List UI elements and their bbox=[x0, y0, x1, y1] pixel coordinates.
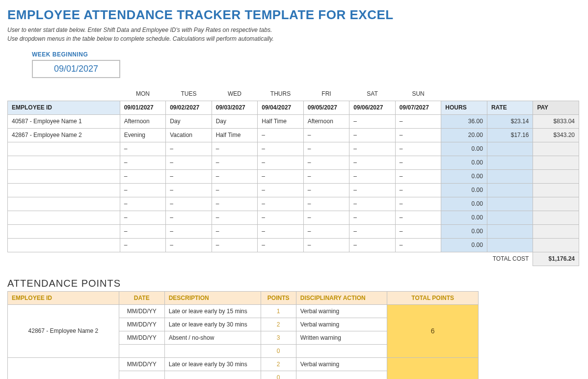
points-description-cell[interactable] bbox=[164, 371, 261, 379]
employee-id-cell[interactable] bbox=[8, 197, 120, 211]
shift-cell[interactable]: – bbox=[395, 183, 441, 197]
shift-cell[interactable]: – bbox=[212, 238, 258, 252]
shift-cell[interactable]: – bbox=[395, 128, 441, 142]
shift-cell[interactable]: – bbox=[349, 211, 396, 224]
shift-cell[interactable]: – bbox=[120, 169, 166, 183]
shift-cell[interactable]: – bbox=[349, 128, 396, 142]
shift-cell[interactable]: – bbox=[303, 128, 349, 142]
shift-cell[interactable]: – bbox=[349, 197, 396, 211]
shift-cell[interactable]: – bbox=[212, 156, 258, 169]
points-employee-cell[interactable]: 42867 - Employee Name 2 bbox=[8, 304, 119, 357]
shift-cell[interactable]: – bbox=[166, 197, 212, 211]
shift-cell[interactable]: Afternoon bbox=[303, 114, 349, 128]
shift-cell[interactable]: – bbox=[395, 224, 441, 238]
employee-id-cell[interactable] bbox=[8, 156, 120, 169]
shift-cell[interactable]: – bbox=[349, 183, 396, 197]
shift-cell[interactable]: Half Time bbox=[212, 128, 258, 142]
points-date-cell[interactable] bbox=[119, 344, 164, 357]
shift-cell[interactable]: – bbox=[395, 142, 441, 156]
shift-cell[interactable]: – bbox=[120, 224, 166, 238]
shift-cell[interactable]: – bbox=[258, 156, 304, 169]
points-action-cell[interactable] bbox=[296, 371, 387, 379]
shift-cell[interactable]: – bbox=[303, 183, 349, 197]
employee-id-cell[interactable]: 40587 - Employee Name 1 bbox=[8, 114, 120, 128]
shift-cell[interactable]: – bbox=[395, 197, 441, 211]
points-date-cell[interactable]: MM/DD/YY bbox=[119, 357, 164, 371]
shift-cell[interactable]: – bbox=[395, 211, 441, 224]
shift-cell[interactable]: – bbox=[212, 183, 258, 197]
employee-id-cell[interactable] bbox=[8, 211, 120, 224]
shift-cell[interactable]: Day bbox=[212, 114, 258, 128]
points-date-cell[interactable] bbox=[119, 371, 164, 379]
shift-cell[interactable]: – bbox=[395, 156, 441, 169]
shift-cell[interactable]: – bbox=[303, 211, 349, 224]
shift-cell[interactable]: – bbox=[120, 183, 166, 197]
shift-cell[interactable]: – bbox=[258, 142, 304, 156]
points-date-cell[interactable]: MM/DD/YY bbox=[119, 331, 164, 344]
shift-cell[interactable]: – bbox=[349, 224, 396, 238]
employee-id-cell[interactable] bbox=[8, 224, 120, 238]
shift-cell[interactable]: – bbox=[303, 169, 349, 183]
shift-cell[interactable]: – bbox=[349, 238, 396, 252]
points-action-cell[interactable]: Verbal warning bbox=[296, 304, 387, 318]
points-description-cell[interactable]: Late or leave early by 30 mins bbox=[164, 357, 261, 371]
points-description-cell[interactable]: Late or leave early by 30 mins bbox=[164, 318, 261, 331]
points-description-cell[interactable]: Late or leave early by 15 mins bbox=[164, 304, 261, 318]
shift-cell[interactable]: – bbox=[166, 224, 212, 238]
points-description-cell[interactable] bbox=[164, 344, 261, 357]
shift-cell[interactable]: – bbox=[349, 169, 396, 183]
shift-cell[interactable]: – bbox=[120, 156, 166, 169]
employee-id-cell[interactable] bbox=[8, 142, 120, 156]
points-action-cell[interactable]: Verbal warning bbox=[296, 357, 387, 371]
shift-cell[interactable]: – bbox=[166, 211, 212, 224]
shift-cell[interactable]: – bbox=[212, 197, 258, 211]
shift-cell[interactable]: Half Time bbox=[258, 114, 304, 128]
shift-cell[interactable]: – bbox=[303, 197, 349, 211]
employee-id-cell[interactable]: 42867 - Employee Name 2 bbox=[8, 128, 120, 142]
employee-id-cell[interactable] bbox=[8, 238, 120, 252]
points-date-cell[interactable]: MM/DD/YY bbox=[119, 304, 164, 318]
shift-cell[interactable]: – bbox=[349, 156, 396, 169]
points-date-cell[interactable]: MM/DD/YY bbox=[119, 318, 164, 331]
points-employee-cell[interactable]: 40587 - Employee Name 1 bbox=[8, 357, 119, 379]
shift-cell[interactable]: – bbox=[349, 114, 396, 128]
shift-cell[interactable]: – bbox=[212, 142, 258, 156]
shift-cell[interactable]: – bbox=[258, 169, 304, 183]
shift-cell[interactable]: – bbox=[120, 238, 166, 252]
shift-cell[interactable]: – bbox=[166, 238, 212, 252]
shift-cell[interactable]: – bbox=[303, 156, 349, 169]
shift-cell[interactable]: – bbox=[166, 183, 212, 197]
shift-cell[interactable]: – bbox=[258, 224, 304, 238]
shift-cell[interactable]: – bbox=[258, 183, 304, 197]
shift-cell[interactable]: – bbox=[395, 238, 441, 252]
shift-cell[interactable]: – bbox=[120, 142, 166, 156]
shift-cell[interactable]: – bbox=[212, 224, 258, 238]
shift-cell[interactable]: – bbox=[349, 142, 396, 156]
shift-cell[interactable]: Afternoon bbox=[120, 114, 166, 128]
shift-cell[interactable]: Day bbox=[166, 114, 212, 128]
shift-cell[interactable]: – bbox=[258, 211, 304, 224]
shift-cell[interactable]: – bbox=[303, 142, 349, 156]
employee-id-cell[interactable] bbox=[8, 183, 120, 197]
shift-cell[interactable]: – bbox=[395, 114, 441, 128]
shift-cell[interactable]: – bbox=[258, 197, 304, 211]
points-description-cell[interactable]: Absent / no-show bbox=[164, 331, 261, 344]
week-beginning-input[interactable]: 09/01/2027 bbox=[32, 60, 120, 78]
shift-cell[interactable]: – bbox=[395, 169, 441, 183]
shift-cell[interactable]: – bbox=[258, 238, 304, 252]
shift-cell[interactable]: – bbox=[166, 142, 212, 156]
points-action-cell[interactable]: Verbal warning bbox=[296, 318, 387, 331]
shift-cell[interactable]: – bbox=[120, 211, 166, 224]
shift-cell[interactable]: – bbox=[258, 128, 304, 142]
shift-cell[interactable]: – bbox=[166, 156, 212, 169]
shift-cell[interactable]: Vacation bbox=[166, 128, 212, 142]
shift-cell[interactable]: – bbox=[303, 238, 349, 252]
points-action-cell[interactable]: Written warning bbox=[296, 331, 387, 344]
shift-cell[interactable]: – bbox=[212, 211, 258, 224]
shift-cell[interactable]: – bbox=[303, 224, 349, 238]
shift-cell[interactable]: – bbox=[166, 169, 212, 183]
employee-id-cell[interactable] bbox=[8, 169, 120, 183]
shift-cell[interactable]: Evening bbox=[120, 128, 166, 142]
shift-cell[interactable]: – bbox=[212, 169, 258, 183]
points-action-cell[interactable] bbox=[296, 344, 387, 357]
